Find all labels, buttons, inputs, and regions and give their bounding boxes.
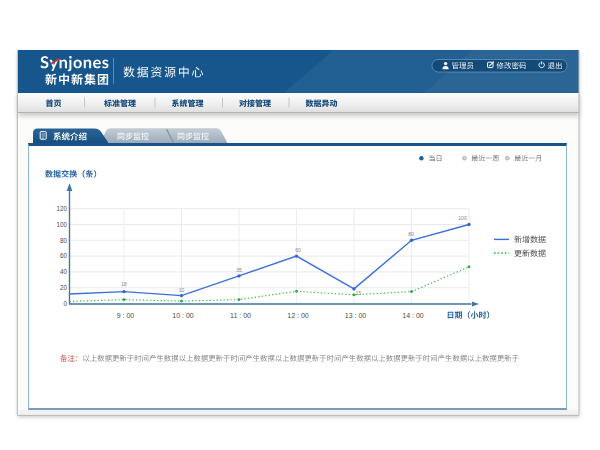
svg-text:9 : 00: 9 : 00 (117, 312, 135, 319)
svg-text:13 : 00: 13 : 00 (345, 312, 367, 319)
svg-text:18: 18 (121, 281, 127, 287)
svg-text:60: 60 (60, 252, 68, 259)
svg-text:10: 10 (179, 287, 185, 293)
svg-text:100: 100 (458, 215, 467, 221)
svg-text:10 : 00: 10 : 00 (172, 312, 194, 319)
svg-text:60: 60 (295, 247, 301, 253)
svg-text:12 : 00: 12 : 00 (287, 312, 309, 319)
svg-text:15: 15 (356, 290, 362, 296)
svg-text:40: 40 (60, 268, 68, 275)
svg-text:100: 100 (56, 221, 67, 228)
svg-text:14 : 00: 14 : 00 (402, 312, 424, 319)
svg-text:80: 80 (60, 237, 68, 244)
svg-text:35: 35 (236, 267, 242, 273)
svg-text:11 : 00: 11 : 00 (230, 312, 251, 319)
svg-text:20: 20 (60, 284, 68, 291)
svg-text:120: 120 (56, 205, 67, 212)
svg-text:0: 0 (63, 300, 67, 307)
svg-text:80: 80 (408, 231, 414, 237)
